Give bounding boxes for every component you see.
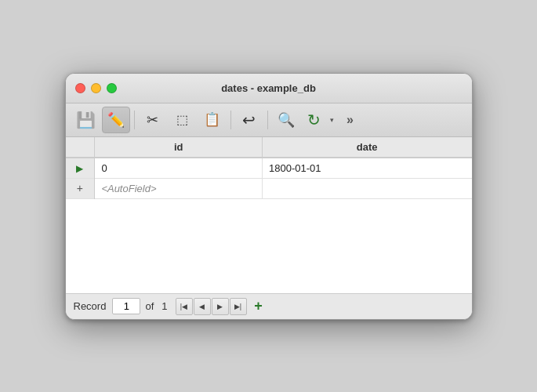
cell-id-1[interactable]: 0 (95, 158, 263, 179)
table-container: id date ▶ 0 1800-01-01 + <AutoField> (66, 137, 472, 293)
undo-button[interactable]: ↩ (235, 107, 263, 133)
minimize-button[interactable] (91, 83, 101, 93)
window-title: dates - example_db (221, 82, 316, 94)
empty-space (66, 199, 472, 293)
app-window: dates - example_db 💾 ✏️ ✂ ⬚ 📋 ↩ 🔍 ↻ ▾ » … (65, 73, 473, 320)
navigation-buttons: |◀ ◀ ▶ ▶| (176, 298, 247, 315)
toolbar-separator-1 (134, 111, 135, 129)
status-bar: Record of 1 |◀ ◀ ▶ ▶| + (66, 293, 472, 319)
edit-button[interactable]: ✏️ (102, 107, 130, 133)
record-number-input[interactable] (112, 298, 140, 314)
cut-button[interactable]: ✂ (139, 107, 167, 133)
paste-button[interactable]: 📋 (198, 107, 227, 133)
data-table: id date ▶ 0 1800-01-01 + <AutoField> (66, 137, 472, 199)
nav-last-button[interactable]: ▶| (230, 298, 247, 315)
col-header-date[interactable]: date (262, 137, 471, 158)
row-header-col (66, 137, 95, 158)
of-label: of (145, 300, 154, 312)
cell-date-new (262, 178, 471, 198)
table-row[interactable]: ▶ 0 1800-01-01 (66, 158, 472, 179)
save-button[interactable]: 💾 (72, 107, 100, 133)
add-record-button[interactable]: + (250, 298, 267, 315)
row-indicator-new: + (66, 178, 95, 198)
row-arrow-icon: ▶ (76, 163, 83, 174)
cell-id-new[interactable]: <AutoField> (95, 178, 263, 198)
expand-button[interactable]: » (339, 107, 361, 133)
close-button[interactable] (75, 83, 85, 93)
refresh-split-button[interactable]: ↻ ▾ (302, 107, 338, 133)
record-label: Record (74, 300, 113, 312)
row-plus-icon: + (77, 182, 83, 194)
refresh-dropdown-icon[interactable]: ▾ (327, 107, 338, 133)
nav-first-button[interactable]: |◀ (176, 298, 193, 315)
row-indicator-1: ▶ (66, 158, 95, 179)
cell-date-1[interactable]: 1800-01-01 (262, 158, 471, 179)
search-button[interactable]: 🔍 (272, 107, 300, 133)
maximize-button[interactable] (107, 83, 117, 93)
toolbar-separator-2 (230, 111, 231, 129)
table-row-new[interactable]: + <AutoField> (66, 178, 472, 198)
toolbar: 💾 ✏️ ✂ ⬚ 📋 ↩ 🔍 ↻ ▾ » (66, 103, 472, 137)
col-header-id[interactable]: id (95, 137, 263, 158)
refresh-icon[interactable]: ↻ (302, 107, 327, 133)
copy-button[interactable]: ⬚ (169, 107, 197, 133)
nav-prev-button[interactable]: ◀ (194, 298, 211, 315)
toolbar-separator-3 (267, 111, 268, 129)
titlebar: dates - example_db (66, 74, 472, 103)
traffic-lights (75, 83, 117, 93)
total-records: 1 (161, 300, 167, 312)
nav-next-button[interactable]: ▶ (212, 298, 229, 315)
